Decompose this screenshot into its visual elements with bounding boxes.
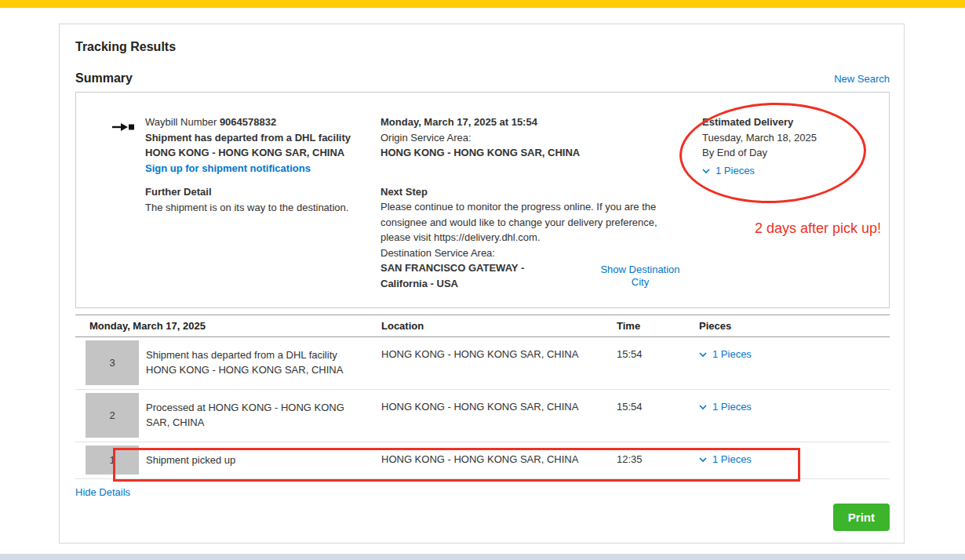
- departed-facility-icon: [112, 121, 134, 135]
- row-pieces-label: 1 Pieces: [712, 348, 752, 360]
- print-button[interactable]: Print: [833, 504, 890, 531]
- next-step-label: Next Step: [381, 184, 683, 200]
- next-step-text: Please continue to monitor the progress …: [381, 199, 683, 245]
- status-line-1: Shipment has departed from a DHL facilit…: [145, 130, 381, 146]
- destination-service-area-value: SAN FRANCISCO GATEWAY - California - USA: [381, 260, 565, 291]
- chevron-down-icon: [699, 401, 712, 413]
- tracking-results-card: Tracking Results Summary New Search Wayb…: [59, 24, 905, 544]
- destination-service-area-label: Destination Service Area:: [381, 245, 683, 261]
- estimated-delivery-label: Estimated Delivery: [702, 115, 867, 130]
- table-row: 2 Processed at HONG KONG - HONG KONG SAR…: [75, 390, 890, 442]
- estimated-delivery-time: By End of Day: [702, 145, 867, 161]
- event-time: 12:35: [617, 442, 699, 478]
- event-location: HONG KONG - HONG KONG SAR, CHINA: [381, 390, 617, 442]
- row-pieces-link[interactable]: 1 Pieces: [699, 348, 752, 360]
- row-pieces-label: 1 Pieces: [712, 401, 752, 413]
- origin-service-area-value: HONG KONG - HONG KONG SAR, CHINA: [381, 145, 683, 161]
- event-location: HONG KONG - HONG KONG SAR, CHINA: [381, 337, 617, 389]
- estimated-delivery-date: Tuesday, March 18, 2025: [702, 130, 867, 146]
- waybill-number: 9064578832: [220, 116, 276, 128]
- table-row: 3 Shipment has departed from a DHL facil…: [75, 337, 890, 390]
- row-pieces-link[interactable]: 1 Pieces: [699, 401, 752, 413]
- waybill-line: Waybill Number 9064578832: [145, 115, 381, 130]
- event-time: 15:54: [617, 337, 699, 389]
- chevron-down-icon: [699, 348, 712, 360]
- event-description: Shipment has departed from a DHL facilit…: [146, 337, 367, 389]
- header-location: Location: [381, 320, 617, 332]
- hide-details-link[interactable]: Hide Details: [75, 486, 130, 498]
- row-pieces-label: 1 Pieces: [712, 453, 752, 465]
- table-row: 1 Shipment picked up HONG KONG - HONG KO…: [75, 442, 890, 479]
- shipment-summary-panel: Waybill Number 9064578832 Shipment has d…: [75, 92, 890, 308]
- origin-service-area-label: Origin Service Area:: [381, 130, 683, 146]
- chevron-down-icon: [702, 163, 716, 179]
- event-number-badge: 2: [86, 393, 139, 438]
- signup-notifications-link[interactable]: Sign up for shipment notifications: [145, 162, 311, 174]
- summary-pieces-link[interactable]: 1 Pieces: [702, 163, 755, 179]
- dhl-yellow-header-bar: [0, 0, 965, 8]
- event-location: HONG KONG - HONG KONG SAR, CHINA: [381, 442, 617, 478]
- events-table-body: 3 Shipment has departed from a DHL facil…: [75, 337, 890, 479]
- chevron-down-icon: [699, 453, 712, 465]
- row-pieces-link[interactable]: 1 Pieces: [699, 453, 752, 465]
- waybill-label: Waybill Number: [145, 116, 217, 128]
- header-date: Monday, March 17, 2025: [75, 320, 381, 332]
- event-time: 15:54: [617, 390, 699, 442]
- further-detail-text: The shipment is on its way to the destin…: [145, 200, 381, 216]
- events-table-header: Monday, March 17, 2025 Location Time Pie…: [75, 315, 890, 337]
- further-detail-label: Further Detail: [145, 184, 381, 200]
- event-number-badge: 1: [86, 445, 139, 475]
- summary-pieces-label: 1 Pieces: [716, 163, 755, 179]
- header-time: Time: [617, 320, 699, 332]
- show-destination-city-link[interactable]: Show Destination City: [594, 264, 686, 289]
- event-number-badge: 3: [86, 340, 139, 385]
- event-description: Shipment picked up: [146, 442, 367, 478]
- new-search-link[interactable]: New Search: [834, 73, 890, 85]
- summary-heading: Summary: [75, 71, 133, 85]
- event-datetime: Monday, March 17, 2025 at 15:54: [381, 115, 683, 130]
- header-pieces: Pieces: [699, 320, 890, 332]
- status-line-2: HONG KONG - HONG KONG SAR, CHINA: [145, 145, 381, 161]
- page-bottom-edge: [0, 554, 965, 560]
- event-description: Processed at HONG KONG - HONG KONG SAR, …: [146, 390, 367, 442]
- page-title: Tracking Results: [75, 24, 890, 54]
